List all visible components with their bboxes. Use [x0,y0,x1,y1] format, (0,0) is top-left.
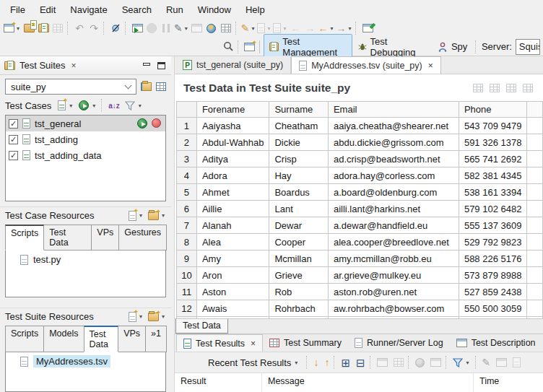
file-item[interactable]: MyAddresses.tsv [7,354,164,369]
table-cell[interactable]: Cheatham [269,118,329,134]
previous-failure-icon[interactable]: ↑ [324,357,329,367]
table-cell[interactable]: 579 102 6482 [459,201,527,217]
minimize-icon[interactable] [143,63,150,66]
editor-tab-myaddresses[interactable]: MyAddresses.tsv (suite_py) × [291,56,441,74]
table-cell[interactable]: 538 161 3394 [459,184,527,201]
run-test-suite-icon[interactable] [79,100,89,110]
table-cell[interactable]: Awais [196,300,269,317]
table-cell[interactable]: 555 137 3609 [459,217,527,234]
table-cell[interactable]: abdu.dickie@grissom.com [328,134,459,151]
close-icon[interactable]: × [71,61,77,71]
dropdown-arrow-icon[interactable]: ▾ [347,25,352,32]
annotate-button[interactable]: ✎▾ [240,20,257,36]
table-cell[interactable]: ar.grieve@mulkey.eu [328,267,459,284]
table-cell[interactable]: aw.rohrbach@bowser.com [328,300,459,317]
resource-tab-gestures[interactable]: Gestures [118,225,167,251]
table-cell[interactable]: aaiya.cheatha@shearer.net [328,118,459,134]
table-cell[interactable]: Grieve [269,267,329,284]
test-data-bottom-tab[interactable]: Test Data [175,319,228,334]
new-folder-icon[interactable] [148,313,159,321]
table-row[interactable]: 12AwaisRohrbachaw.rohrbach@bowser.com550… [177,300,543,317]
close-icon[interactable]: × [428,61,433,71]
search-button[interactable] [221,39,235,55]
table-cell[interactable]: aston.rob@uren.net [328,284,459,300]
resource-tab-models[interactable]: Models [43,326,84,352]
tab-test-description[interactable]: Test Description [450,334,542,352]
new-file-icon[interactable] [129,211,136,221]
table-cell[interactable]: amy.mcmillan@robb.eu [328,251,459,267]
dropdown-arrow-icon[interactable]: ▾ [160,313,166,320]
table-cell[interactable]: Aaiyasha [196,118,269,134]
run-test-case-icon[interactable] [137,118,147,129]
suite-grid-icon[interactable] [156,82,166,91]
resource-tab-scripts[interactable]: Scripts [5,225,44,251]
column-time[interactable]: Time [474,373,543,392]
remove-column-icon[interactable] [506,84,516,92]
edit-suite-settings-icon[interactable] [141,82,152,91]
table-cell[interactable]: Aston [196,284,269,300]
inspect-tool-button[interactable]: ✎▾ [173,20,190,36]
checkbox-checked-icon[interactable]: ✓ [9,135,18,144]
test-case-item[interactable]: ✓tst_adding [6,131,165,147]
table-cell[interactable]: Hay [269,167,329,184]
table-row[interactable]: 7AlanahDewara.dewar@handfield.eu555 137 … [177,217,543,234]
remove-row-icon[interactable] [473,84,483,92]
add-column-icon[interactable] [523,84,533,92]
dropdown-arrow-icon[interactable]: ▾ [293,360,299,366]
tab-test-summary[interactable]: Test Summary [263,334,348,352]
table-row[interactable]: 1AaiyashaCheathamaaiya.cheatha@shearer.n… [177,118,543,134]
table-cell[interactable]: 582 381 4345 [459,167,527,184]
table-cell[interactable]: Rob [269,284,329,300]
test-case-item[interactable]: ✓tst_adding_data [6,147,165,163]
table-cell[interactable]: 527 859 2438 [459,284,527,300]
table-row[interactable]: 3AdityaCrispad.crisp@beadsworth.net565 7… [177,151,543,167]
column-header-phone[interactable]: Phone [459,102,527,118]
new-wizard-button[interactable]: ▾ [3,20,22,36]
filter-results-icon[interactable] [453,358,463,367]
server-field[interactable]: Squis [516,39,540,55]
table-cell[interactable]: Boardus [269,184,329,201]
table-cell[interactable]: a.board@oldenburg.com [328,184,459,201]
table-cell[interactable]: Aron [196,267,269,284]
table-cell[interactable]: 543 709 9479 [459,118,527,134]
resource-tab-scripts[interactable]: Scripts [5,326,44,352]
table-row[interactable]: 8AleaCooperalea.cooper@breedlove.net529 … [177,234,543,251]
table-cell[interactable]: 565 741 2692 [459,151,527,167]
table-row[interactable]: 9AmyMcmillanamy.mcmillan@robb.eu588 226 … [177,251,543,267]
maximize-icon[interactable] [157,62,165,69]
table-row[interactable]: 4AdoraHayadora.hay@corless.com582 381 43… [177,167,543,184]
tab-runner-server-log[interactable]: Runner/Server Log [348,334,450,352]
menu-window[interactable]: Window [191,1,238,18]
dropdown-arrow-icon[interactable]: ▾ [329,25,334,32]
table-cell[interactable]: Aditya [196,151,269,167]
table-cell[interactable]: Cooper [269,234,329,251]
collapse-all-icon[interactable]: ⊟ [356,357,365,368]
table-cell[interactable]: Aillie [196,201,269,217]
new-file-icon[interactable] [129,312,136,322]
dropdown-arrow-icon[interactable]: ▾ [465,360,471,366]
menu-search[interactable]: Search [115,1,159,18]
table-cell[interactable]: Alea [196,234,269,251]
table-row[interactable]: 2Abdul-WahhabDickieabdu.dickie@grissom.c… [177,134,543,151]
table-cell[interactable]: Rohrbach [269,300,329,317]
checkbox-checked-icon[interactable]: ✓ [9,119,18,129]
column-header-email[interactable]: Email [328,102,459,118]
new-test-suite-button[interactable] [22,20,36,36]
sort-icon[interactable]: a↓z [108,102,120,110]
tab-test-results[interactable]: Test Results × [176,334,263,352]
perspective-spy[interactable]: Spy [432,39,473,54]
dropdown-arrow-icon[interactable]: ▾ [138,212,144,219]
column-header-forename[interactable]: Forename [196,102,269,118]
menu-file[interactable]: File [3,1,32,18]
table-cell[interactable]: a.dewar@handfield.eu [328,217,459,234]
table-cell[interactable]: adora.hay@corless.com [328,167,459,184]
dropdown-arrow-icon[interactable]: ▾ [160,212,166,219]
table-cell[interactable]: ad.crisp@beadsworth.net [328,151,459,167]
table-cell[interactable]: 591 326 1378 [459,134,527,151]
dropdown-arrow-icon[interactable]: ▾ [183,25,189,32]
file-item[interactable]: test.py [7,252,164,267]
table-cell[interactable]: alea.cooper@breedlove.net [328,234,459,251]
table-cell[interactable]: Ahmet [196,184,269,201]
menu-edit[interactable]: Edit [32,1,63,18]
table-cell[interactable]: Mcmillan [269,251,329,267]
